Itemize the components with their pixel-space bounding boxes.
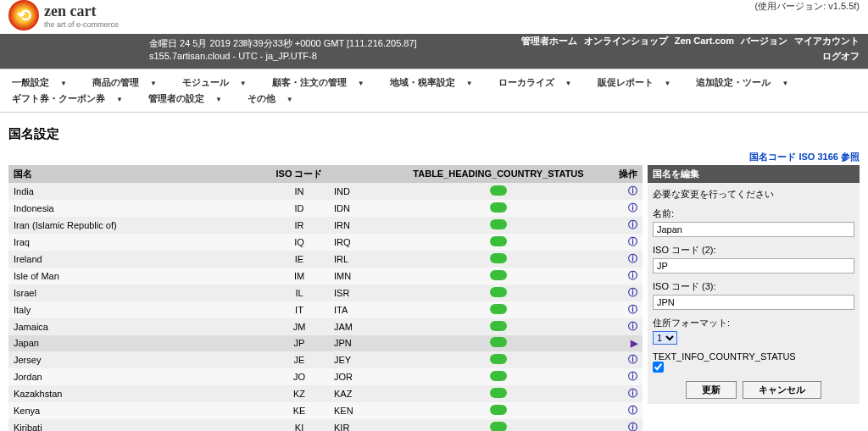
cell-action: ⓘ bbox=[609, 200, 643, 217]
cell-iso2: JM bbox=[270, 318, 329, 335]
status-dot-icon[interactable] bbox=[490, 354, 507, 364]
table-row[interactable]: Iran (Islamic Republic of)IRIRNⓘ bbox=[8, 217, 643, 234]
input-iso3[interactable] bbox=[653, 295, 854, 310]
info-icon[interactable]: ⓘ bbox=[628, 422, 637, 431]
table-row[interactable]: IraqIQIRQⓘ bbox=[8, 234, 643, 251]
cell-iso2: IL bbox=[270, 285, 329, 301]
admin-link[interactable]: マイアカウント bbox=[794, 36, 860, 46]
table-row[interactable]: IrelandIEIRLⓘ bbox=[8, 251, 643, 268]
label-name: 名前: bbox=[653, 207, 854, 220]
arrow-right-icon: ▶ bbox=[631, 338, 637, 348]
nav-item[interactable]: 販促レポート▼ bbox=[589, 75, 688, 91]
nav-item[interactable]: 顧客・注文の管理▼ bbox=[264, 75, 381, 91]
table-row[interactable]: JapanJPJPN▶ bbox=[8, 335, 643, 351]
info-icon[interactable]: ⓘ bbox=[628, 304, 637, 314]
input-format[interactable]: 1 bbox=[653, 331, 677, 345]
admin-link[interactable]: バージョン bbox=[741, 36, 787, 46]
cell-iso3: ITA bbox=[329, 301, 388, 318]
status-dot-icon[interactable] bbox=[490, 185, 507, 196]
status-dot-icon[interactable] bbox=[490, 202, 507, 213]
table-row[interactable]: Isle of ManIMIMNⓘ bbox=[8, 268, 643, 285]
status-dot-icon[interactable] bbox=[490, 219, 507, 229]
table-row[interactable]: IndiaININDⓘ bbox=[8, 183, 643, 200]
label-format: 住所フォーマット: bbox=[653, 317, 854, 329]
status-dot-icon[interactable] bbox=[490, 304, 507, 314]
nav-item[interactable]: モジュール▼ bbox=[174, 75, 264, 91]
info-icon[interactable]: ⓘ bbox=[628, 236, 637, 246]
info-icon[interactable]: ⓘ bbox=[628, 219, 637, 229]
col-iso3 bbox=[329, 165, 388, 183]
cell-iso3: JOR bbox=[329, 368, 388, 385]
info-icon[interactable]: ⓘ bbox=[628, 354, 637, 364]
chevron-down-icon: ▼ bbox=[656, 78, 680, 89]
chevron-down-icon: ▼ bbox=[458, 78, 481, 89]
nav-item[interactable]: 追加設定・ツール▼ bbox=[687, 75, 805, 91]
cell-iso2: IT bbox=[270, 301, 329, 318]
table-row[interactable]: KiribatiKIKIRⓘ bbox=[8, 419, 643, 431]
col-action: 操作 bbox=[609, 165, 643, 183]
info-icon[interactable]: ⓘ bbox=[628, 185, 637, 196]
status-dot-icon[interactable] bbox=[490, 405, 507, 415]
info-icon[interactable]: ⓘ bbox=[628, 405, 637, 415]
status-dot-icon[interactable] bbox=[490, 388, 507, 398]
nav-item[interactable]: 商品の管理▼ bbox=[84, 75, 174, 91]
table-row[interactable]: JordanJOJORⓘ bbox=[8, 368, 643, 385]
info-icon[interactable]: ⓘ bbox=[628, 270, 637, 280]
table-row[interactable]: JamaicaJMJAMⓘ bbox=[8, 318, 643, 335]
nav-item[interactable]: 管理者の設定▼ bbox=[140, 91, 239, 107]
table-row[interactable]: IsraelILISRⓘ bbox=[8, 285, 643, 301]
status-dot-icon[interactable] bbox=[490, 337, 507, 347]
nav-item[interactable]: その他▼ bbox=[239, 91, 310, 107]
logo-tagline: the art of e-commerce bbox=[44, 20, 119, 29]
server-info: 金曜日 24 5月 2019 23時39分33秒 +0000 GMT [111.… bbox=[144, 34, 422, 67]
iso-reference-link[interactable]: 国名コード ISO 3166 参照 bbox=[749, 152, 860, 162]
info-icon[interactable]: ⓘ bbox=[628, 253, 637, 263]
cell-name: Indonesia bbox=[8, 200, 270, 217]
cell-iso3: KAZ bbox=[329, 385, 388, 402]
table-row[interactable]: IndonesiaIDIDNⓘ bbox=[8, 200, 643, 217]
info-icon[interactable]: ⓘ bbox=[628, 371, 637, 381]
cell-name: Jamaica bbox=[8, 318, 270, 335]
status-dot-icon[interactable] bbox=[490, 371, 507, 381]
version-label: (使用バージョン: v1.5.5f) bbox=[755, 0, 860, 13]
nav-item[interactable]: ギフト券・クーポン券▼ bbox=[3, 91, 140, 107]
status-dot-icon[interactable] bbox=[490, 321, 507, 331]
admin-link[interactable]: Zen Cart.com bbox=[675, 36, 734, 46]
table-row[interactable]: KenyaKEKENⓘ bbox=[8, 402, 643, 419]
cell-iso3: JEY bbox=[329, 351, 388, 368]
info-icon[interactable]: ⓘ bbox=[628, 202, 637, 213]
status-dot-icon[interactable] bbox=[490, 236, 507, 246]
table-row[interactable]: ItalyITITAⓘ bbox=[8, 301, 643, 318]
status-dot-icon[interactable] bbox=[490, 270, 507, 280]
chevron-down-icon: ▼ bbox=[207, 94, 231, 105]
update-button[interactable]: 更新 bbox=[686, 381, 737, 399]
admin-link[interactable]: オンラインショップ bbox=[584, 36, 668, 46]
logoff-link[interactable]: ログオフ bbox=[822, 51, 860, 61]
status-dot-icon[interactable] bbox=[490, 422, 507, 431]
cell-name: Kiribati bbox=[8, 419, 270, 431]
cell-action: ⓘ bbox=[609, 301, 643, 318]
table-row[interactable]: KazakhstanKZKAZⓘ bbox=[8, 385, 643, 402]
admin-link[interactable]: 管理者ホーム bbox=[521, 36, 577, 46]
cell-iso2: JO bbox=[270, 368, 329, 385]
nav-item[interactable]: ローカライズ▼ bbox=[490, 75, 589, 91]
table-row[interactable]: JerseyJEJEYⓘ bbox=[8, 351, 643, 368]
cell-status bbox=[388, 285, 609, 301]
input-status[interactable] bbox=[653, 362, 664, 373]
cancel-button[interactable]: キャンセル bbox=[743, 381, 821, 399]
info-icon[interactable]: ⓘ bbox=[628, 287, 637, 297]
page-title: 国名設定 bbox=[0, 113, 868, 147]
input-iso2[interactable] bbox=[653, 258, 854, 274]
cell-iso3: KEN bbox=[329, 402, 388, 419]
status-dot-icon[interactable] bbox=[490, 253, 507, 263]
cell-status bbox=[388, 368, 609, 385]
nav-item[interactable]: 地域・税率設定▼ bbox=[381, 75, 490, 91]
cell-action: ⓘ bbox=[609, 419, 643, 431]
cell-iso3: ISR bbox=[329, 285, 388, 301]
status-dot-icon[interactable] bbox=[490, 287, 507, 297]
info-icon[interactable]: ⓘ bbox=[628, 321, 637, 331]
info-icon[interactable]: ⓘ bbox=[628, 388, 637, 398]
input-name[interactable] bbox=[653, 222, 854, 237]
cell-action: ⓘ bbox=[609, 268, 643, 285]
nav-item[interactable]: 一般設定▼ bbox=[3, 75, 84, 91]
